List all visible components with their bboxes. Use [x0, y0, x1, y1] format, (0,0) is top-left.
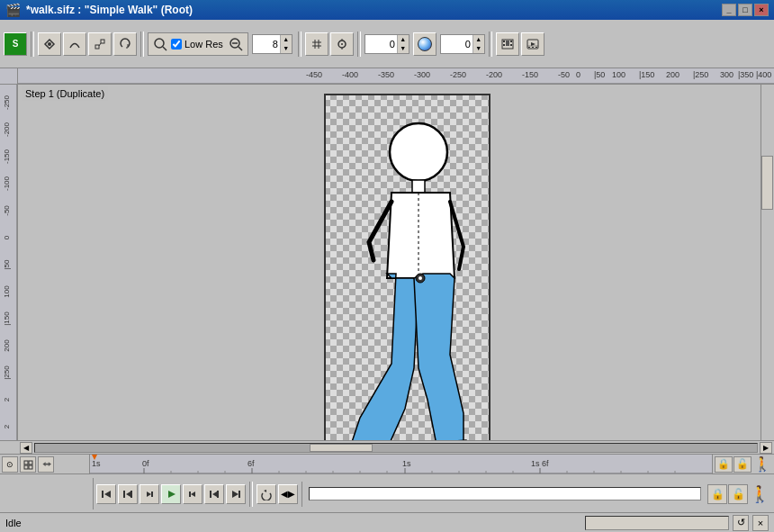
svg-point-0: [48, 42, 51, 46]
svg-line-5: [163, 47, 166, 50]
status-action-btn-1[interactable]: ↺: [733, 515, 749, 531]
smooth-move-tool[interactable]: [63, 32, 86, 56]
transform-tool[interactable]: [38, 32, 61, 56]
svg-text:|50: |50: [594, 70, 605, 79]
scale-tool[interactable]: [88, 32, 112, 56]
step-back-icon: [143, 488, 156, 500]
snap-button[interactable]: [330, 32, 354, 56]
lowres-checkbox[interactable]: [171, 39, 182, 50]
svg-text:1s: 1s: [402, 459, 411, 468]
jump-start-button[interactable]: [96, 484, 116, 504]
ruler-container: -450 -400 -350 -300 -250 -200 -150 -50 0…: [0, 68, 774, 85]
expand-icon: [40, 459, 51, 470]
synfig-logo-button[interactable]: S: [4, 32, 27, 56]
zoom-icon: [152, 36, 168, 52]
step-forward-button[interactable]: [183, 484, 202, 504]
lock-btn-1[interactable]: 🔒: [715, 456, 733, 473]
timeline-time-area: ⊙: [0, 455, 90, 473]
svg-text:|400: |400: [756, 70, 771, 79]
maximize-button[interactable]: □: [738, 4, 752, 16]
svg-rect-27: [536, 47, 537, 48]
svg-text:1s: 1s: [92, 459, 101, 468]
svg-text:1s 6f: 1s 6f: [531, 459, 549, 468]
window-title: *walk.sifz : "Simple Walk" (Root): [26, 4, 722, 16]
x-coord-input[interactable]: 0: [365, 35, 397, 53]
end-lock-btn-1[interactable]: 🔒: [707, 484, 727, 504]
minimize-button[interactable]: _: [722, 4, 736, 16]
svg-text:-150: -150: [3, 149, 11, 164]
svg-text:-250: -250: [450, 70, 466, 79]
svg-text:2: 2: [3, 424, 11, 428]
separator-4: [357, 32, 361, 57]
svg-rect-21: [510, 44, 512, 46]
canvas-area[interactable]: Step 1 (Duplicate): [18, 85, 774, 440]
separator-3: [298, 32, 302, 57]
close-button[interactable]: ×: [754, 4, 769, 16]
rotate-tool[interactable]: [113, 32, 137, 56]
svg-text:0: 0: [576, 70, 580, 79]
svg-text:|350: |350: [738, 70, 753, 79]
playback-progress[interactable]: [309, 487, 701, 500]
x-down-button[interactable]: ▼: [398, 44, 409, 53]
h-scroll-thumb[interactable]: [310, 444, 373, 452]
timeline-ruler[interactable]: 1s 0f 6f 1s 1s 6f: [90, 455, 712, 474]
svg-text:0f: 0f: [142, 459, 149, 468]
zoom-up-button[interactable]: ▲: [281, 35, 292, 44]
x-coord-container: 0 ▲ ▼: [364, 34, 410, 54]
toolbar-rows: S: [4, 32, 544, 57]
zoom-down-button[interactable]: ▼: [281, 44, 292, 53]
step-back-button[interactable]: [140, 484, 159, 504]
title-bar: 🎬 *walk.sifz : "Simple Walk" (Root) _ □ …: [0, 0, 774, 20]
vertical-scrollbar[interactable]: [760, 85, 774, 440]
lock-btn-2[interactable]: 🔓: [734, 456, 752, 473]
x-up-button[interactable]: ▲: [398, 35, 409, 44]
play-button[interactable]: [161, 484, 181, 504]
prev-keyframe-button[interactable]: [118, 484, 138, 504]
next-keyframe-button[interactable]: [204, 484, 224, 504]
tl-icon-btn-2[interactable]: [20, 456, 36, 473]
color-button[interactable]: [413, 32, 436, 56]
vscroll-thumb[interactable]: [761, 156, 773, 210]
y-coord-input[interactable]: 0: [441, 35, 472, 53]
svg-text:-150: -150: [522, 70, 538, 79]
status-action-btn-2[interactable]: ×: [752, 515, 769, 531]
svg-text:100: 100: [612, 70, 626, 79]
zoom-spinners: ▲ ▼: [280, 35, 292, 53]
svg-rect-68: [29, 465, 32, 469]
tl-icon-btn-1[interactable]: ⊙: [2, 456, 18, 473]
green-figure: 🚶: [752, 456, 772, 473]
zoom-input-container: 8 ▲ ▼: [252, 34, 292, 54]
transport-buttons: ◀▶: [96, 482, 302, 507]
svg-rect-61: [412, 180, 425, 194]
zoom-input[interactable]: 8: [253, 35, 280, 53]
scroll-right-btn[interactable]: ▶: [760, 442, 772, 454]
loop-mode-button[interactable]: [256, 484, 276, 504]
h-scroll-track[interactable]: [34, 443, 758, 453]
lowres-area: Low Res: [148, 32, 248, 56]
svg-text:-100: -100: [3, 176, 11, 191]
svg-line-7: [238, 47, 242, 50]
prev-keyframe-icon: [122, 488, 134, 500]
grid-icon: [310, 38, 323, 50]
timeline-header: ⊙ 1s 0: [0, 455, 774, 474]
window-controls: _ □ ×: [722, 4, 769, 16]
preview-button[interactable]: [521, 32, 544, 56]
status-input[interactable]: [585, 516, 729, 530]
walk-figure: [333, 103, 482, 440]
grid-button[interactable]: [305, 32, 328, 56]
y-spinners: ▲ ▼: [472, 35, 484, 53]
zoom-out-icon: [228, 36, 244, 52]
tl-icon-btn-3[interactable]: [38, 456, 54, 473]
y-up-button[interactable]: ▲: [473, 35, 484, 44]
render-button[interactable]: [496, 32, 519, 56]
end-lock-btn-2[interactable]: 🔓: [728, 484, 748, 504]
y-down-button[interactable]: ▼: [473, 44, 484, 53]
separator-5: [489, 32, 492, 57]
horizontal-scrollbar[interactable]: ◀ ▶: [0, 440, 774, 454]
bounce-mode-button[interactable]: ◀▶: [278, 484, 298, 504]
scroll-left-btn[interactable]: ◀: [20, 442, 32, 454]
h-ruler-svg: -450 -400 -350 -300 -250 -200 -150 -50 0…: [18, 68, 774, 85]
status-text: Idle: [5, 518, 581, 528]
snap-icon: [336, 38, 348, 50]
jump-end-button[interactable]: [226, 484, 246, 504]
